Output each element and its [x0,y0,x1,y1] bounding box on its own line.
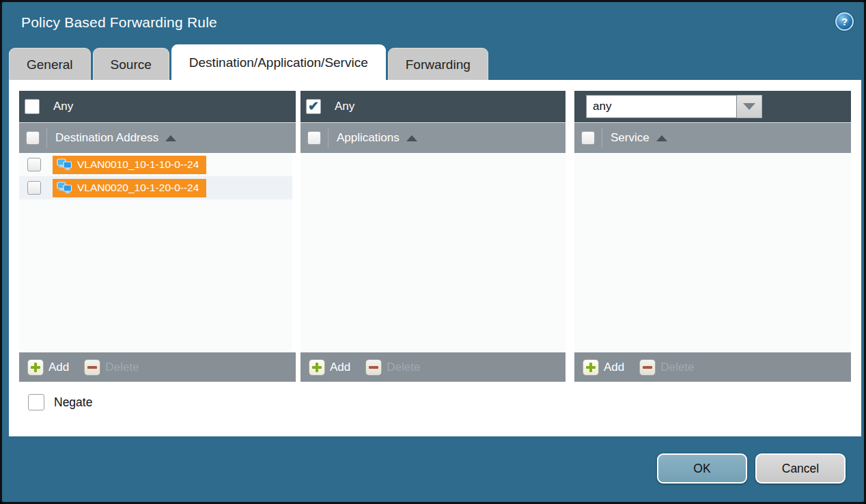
help-icon[interactable]: ? [835,12,854,31]
dialog-title: Policy Based Forwarding Rule [21,14,217,31]
plus-icon [27,359,44,376]
applications-any-bar: Any [301,91,565,123]
service-type-dropdown-button[interactable] [737,95,762,118]
plus-icon [309,359,325,376]
applications-column-header[interactable]: Applications [301,123,565,153]
plus-icon [583,359,599,376]
add-label: Add [604,361,624,374]
tab-content-panel: Any Destination Address [9,80,861,436]
service-select-all-checkbox[interactable] [581,131,595,145]
applications-select-all-checkbox[interactable] [307,131,321,145]
sort-ascending-icon [656,135,667,141]
service-column-header[interactable]: Service [574,123,851,153]
address-object-chip[interactable]: VLAN0020_10-1-20-0--24 [53,179,206,197]
applications-any-checkbox[interactable] [306,99,321,114]
applications-column: Any Applications Add Delete [301,91,565,382]
sort-ascending-icon [165,135,176,141]
delete-destination-button[interactable]: Delete [84,359,139,376]
network-address-icon [57,182,72,194]
table-row[interactable]: VLAN0020_10-1-20-0--24 [19,176,292,199]
destination-any-bar: Any [19,91,296,123]
destination-column-header[interactable]: Destination Address [19,123,296,153]
add-application-button[interactable]: Add [309,359,350,376]
delete-label: Delete [660,361,694,374]
row-checkbox[interactable] [27,181,41,195]
service-header-label: Service [611,131,650,145]
header-divider [328,128,329,148]
delete-application-button[interactable]: Delete [365,359,420,376]
cancel-button[interactable]: Cancel [755,453,846,484]
minus-icon [639,359,656,376]
policy-based-forwarding-dialog: Policy Based Forwarding Rule ? General S… [0,0,866,504]
add-service-button[interactable]: Add [583,359,624,376]
destination-select-all-checkbox[interactable] [26,131,40,145]
destination-any-label: Any [53,100,73,113]
network-address-icon [57,158,72,171]
minus-icon [84,359,100,376]
service-type-dropdown: any [586,95,762,118]
minus-icon [365,359,382,376]
service-any-bar: any [574,91,851,123]
destination-header-label: Destination Address [55,131,158,145]
delete-label: Delete [387,361,420,374]
ok-button[interactable]: OK [657,453,747,484]
negate-checkbox[interactable] [28,394,44,410]
delete-service-button[interactable]: Delete [639,359,694,376]
row-checkbox[interactable] [27,158,41,171]
negate-row: Negate [19,394,861,410]
table-row[interactable]: VLAN0010_10-1-10-0--24 [19,153,292,176]
address-object-chip[interactable]: VLAN0010_10-1-10-0--24 [53,156,206,174]
address-object-label: VLAN0010_10-1-10-0--24 [77,158,199,171]
service-column: any Service Add [574,91,851,382]
applications-list [301,153,565,352]
service-type-value[interactable]: any [586,95,737,118]
add-label: Add [330,361,350,374]
header-divider [602,128,602,148]
tab-source[interactable]: Source [93,48,169,80]
destination-footer: Add Delete [19,352,296,382]
chevron-down-icon [743,103,755,110]
tab-bar: General Source Destination/Application/S… [2,44,864,80]
destination-any-checkbox[interactable] [25,99,40,114]
service-list [574,153,851,352]
sort-ascending-icon [406,135,417,141]
dialog-button-row: OK Cancel [657,453,846,484]
address-object-label: VLAN0020_10-1-20-0--24 [77,182,199,194]
columns-container: Any Destination Address [19,91,861,382]
tab-forwarding[interactable]: Forwarding [388,48,488,80]
tab-general[interactable]: General [9,48,91,80]
destination-address-list: VLAN0010_10-1-10-0--24 [19,153,296,352]
destination-address-column: Any Destination Address [19,91,296,382]
header-divider [46,128,47,148]
add-destination-button[interactable]: Add [27,359,69,376]
service-footer: Add Delete [574,352,851,382]
applications-any-label: Any [335,100,354,113]
applications-header-label: Applications [337,131,400,145]
delete-label: Delete [105,361,139,374]
tab-destination-application-service[interactable]: Destination/Application/Service [171,44,386,80]
add-label: Add [48,361,69,374]
applications-footer: Add Delete [301,352,565,382]
negate-label: Negate [54,395,92,410]
dialog-titlebar: Policy Based Forwarding Rule ? [2,2,864,44]
